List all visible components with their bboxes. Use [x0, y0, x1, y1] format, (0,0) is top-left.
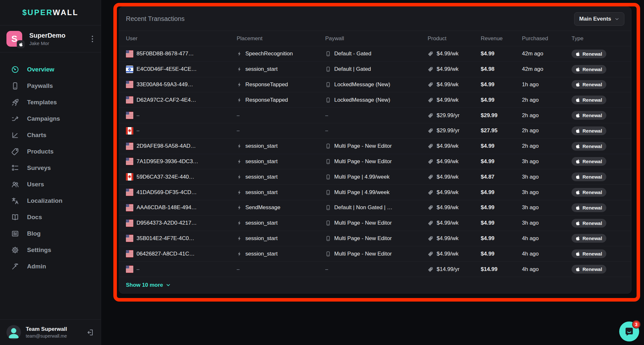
sidebar-item-docs[interactable]: Docs: [0, 209, 101, 225]
table-row[interactable]: 7A1D95E9-3936-4DC3…session_startMulti Pa…: [119, 154, 631, 169]
chat-launcher-button[interactable]: 3: [619, 322, 639, 341]
sidebar-item-blog[interactable]: Blog: [0, 225, 101, 242]
logo-accent-text: $UPER: [22, 8, 53, 17]
app-switcher[interactable]: S SuperDemo Jake Mor: [0, 25, 101, 52]
table-row[interactable]: AAA6CDAB-148E-494…SendMessageDefault | N…: [119, 200, 631, 215]
table-row[interactable]: D9564373-A2D0-4217…session_startMulti Pa…: [119, 215, 631, 231]
placement-value: –: [237, 266, 240, 273]
purchased-cell: 3h ago: [522, 189, 572, 196]
table-row[interactable]: –––$14.99/yr$14.994h agoRenewal: [119, 261, 631, 277]
column-header-product: Product: [428, 35, 481, 42]
transaction-type-badge: Renewal: [572, 188, 606, 197]
team-email: team@superwall.me: [26, 333, 67, 339]
product-cell: $4.99/wk: [428, 97, 481, 103]
paywall-cell: LockedMessage (New): [325, 81, 428, 88]
table-row[interactable]: 35B014E2-4F7E-4C0…session_startMulti Pag…: [119, 231, 631, 246]
column-header-type: Type: [572, 35, 624, 42]
user-cell: 7A1D95E9-3936-4DC3…: [126, 158, 237, 165]
table-row[interactable]: –––$29.99/yr$27.952h agoRenewal: [119, 123, 631, 138]
phone-icon: [325, 97, 331, 103]
user-id: 33E00A84-59A3-449…: [137, 81, 193, 88]
phone-icon: [325, 51, 331, 57]
us-flag-icon: [126, 143, 133, 150]
sidebar-item-campaigns[interactable]: Campaigns: [0, 110, 101, 127]
split-arrow-icon: [11, 115, 19, 123]
paywall-value: –: [325, 112, 328, 119]
paywall-cell: Multi Page - New Editor: [325, 235, 428, 242]
sidebar-item-settings[interactable]: Settings: [0, 242, 101, 258]
show-more-button[interactable]: Show 10 more: [119, 277, 631, 293]
transaction-type-badge: Renewal: [572, 203, 606, 212]
sidebar-item-localization[interactable]: Localization: [0, 192, 101, 209]
tag-icon: [428, 266, 433, 272]
placement-cell: session_start: [237, 235, 325, 242]
user-cell: 06426827-A8CD-41C…: [126, 250, 237, 257]
product-value: $4.99/wk: [437, 251, 459, 257]
gauge-icon: [11, 65, 19, 74]
transaction-type-badge: Renewal: [572, 80, 606, 89]
logout-icon[interactable]: [87, 329, 94, 336]
sidebar-item-label: Docs: [27, 214, 42, 221]
user-cell: –: [126, 127, 237, 135]
table-row[interactable]: 33E00A84-59A3-449…ResponseTappedLockedMe…: [119, 77, 631, 92]
us-flag-icon: [126, 219, 133, 227]
sidebar-item-products[interactable]: Products: [0, 143, 101, 160]
logo-rest-text: WALL: [53, 8, 79, 17]
user-id: 85F0BD8B-8678-477…: [137, 51, 194, 57]
transaction-type-badge: Renewal: [572, 249, 606, 258]
product-cell: $4.99/wk: [428, 174, 481, 180]
transaction-type-badge: Renewal: [572, 96, 606, 104]
phone-icon: [325, 81, 331, 88]
sidebar-item-overview[interactable]: Overview: [0, 61, 101, 78]
table-row[interactable]: –––$29.99/yr$29.992h agoRenewal: [119, 107, 631, 123]
kebab-menu-icon[interactable]: [90, 34, 95, 44]
table-row[interactable]: 06426827-A8CD-41C…session_startMulti Pag…: [119, 246, 631, 261]
tag-icon: [428, 251, 433, 257]
placement-value: session_start: [245, 66, 278, 72]
card-title: Recent Transactions: [126, 15, 185, 23]
user-id: –: [137, 266, 139, 273]
sidebar-item-label: Products: [27, 148, 53, 155]
purchased-cell: 3h ago: [522, 204, 572, 211]
chevron-down-icon: [615, 17, 619, 21]
sidebar-nav: OverviewPaywallsTemplatesCampaignsCharts…: [0, 52, 101, 275]
table-row[interactable]: E4C0D46F-4E5E-4CE…session_startDefault |…: [119, 61, 631, 77]
apple-icon: [576, 128, 580, 133]
product-cell: $4.99/wk: [428, 143, 481, 149]
us-flag-icon: [126, 250, 133, 257]
table-row[interactable]: D62A97C2-CAF2-4E4…ResponseTappedLockedMe…: [119, 92, 631, 107]
table-row[interactable]: 59D6CA37-324E-440…session_startMulti Pag…: [119, 169, 631, 184]
events-filter-dropdown[interactable]: Main Events: [574, 12, 624, 26]
sidebar-item-paywalls[interactable]: Paywalls: [0, 78, 101, 94]
placement-cell: SpeechRecognition: [237, 51, 325, 57]
apple-icon: [576, 190, 580, 195]
paywall-value: Default | Non Gated | …: [334, 204, 393, 211]
table-row[interactable]: 41DAD569-DF35-4CD…session_startMulti Pag…: [119, 184, 631, 200]
placement-cell: session_start: [237, 158, 325, 165]
revenue-cell: $4.99: [481, 81, 522, 88]
revenue-cell: $4.99: [481, 97, 522, 103]
type-cell: Renewal: [572, 142, 624, 151]
product-cell: $4.99/wk: [428, 81, 481, 88]
sidebar-item-templates[interactable]: Templates: [0, 94, 101, 110]
sidebar-item-users[interactable]: Users: [0, 176, 101, 192]
sidebar-item-label: Campaigns: [27, 115, 60, 122]
events-filter-label: Main Events: [579, 16, 611, 22]
type-label: Renewal: [582, 128, 602, 134]
sidebar-item-label: Settings: [27, 247, 51, 254]
apple-icon: [576, 236, 580, 241]
purchased-cell: 4h ago: [522, 251, 572, 257]
placement-cell: –: [237, 266, 325, 273]
product-cell: $4.99/wk: [428, 220, 481, 226]
ca-flag-icon: [126, 173, 133, 181]
sidebar-item-charts[interactable]: Charts: [0, 127, 101, 143]
sidebar-item-admin[interactable]: Admin: [0, 258, 101, 275]
table-row[interactable]: 85F0BD8B-8678-477…SpeechRecognitionDefau…: [119, 46, 631, 61]
sidebar-item-surveys[interactable]: Surveys: [0, 160, 101, 176]
sidebar-item-label: Paywalls: [27, 82, 53, 89]
lightning-icon: [237, 189, 242, 196]
app-icon: S: [6, 31, 22, 47]
table-row[interactable]: 2D9AFE98-5A58-4AD…session_startMulti Pag…: [119, 138, 631, 154]
type-label: Renewal: [582, 266, 602, 272]
revenue-cell: $4.99: [481, 204, 522, 211]
